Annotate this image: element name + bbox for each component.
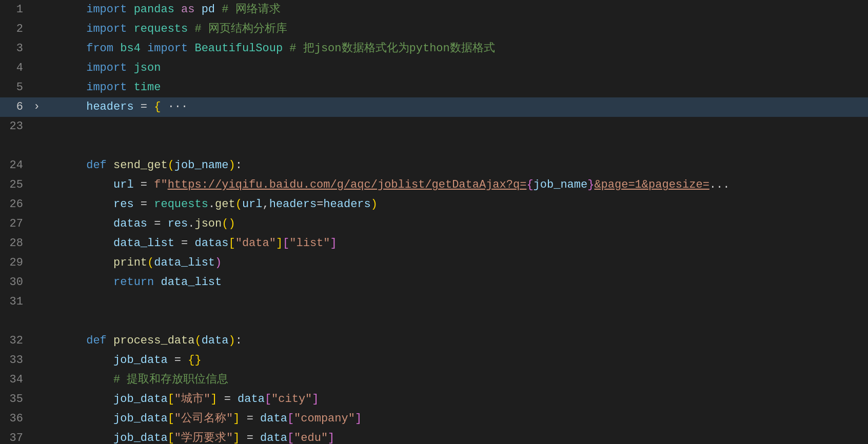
code-content-37: job_data["学历要求"] = data["edu"] xyxy=(44,409,868,444)
line-number-4: 4 xyxy=(0,58,33,78)
line-number-28: 28 xyxy=(0,234,33,253)
line-number-2: 2 xyxy=(0,19,33,39)
code-editor: 1 import pandas as pd # 网络请求 2 import re… xyxy=(0,0,868,444)
line-number-24: 24 xyxy=(0,156,33,175)
line-number-1: 1 xyxy=(0,0,33,19)
line-number-32: 32 xyxy=(0,331,33,351)
line-number-30: 30 xyxy=(0,273,33,292)
line-number-29: 29 xyxy=(0,253,33,273)
line-number-25: 25 xyxy=(0,175,33,195)
line-number-5: 5 xyxy=(0,78,33,97)
code-content-30: return data_list xyxy=(44,253,868,312)
line-number-27: 27 xyxy=(0,214,33,234)
line-number-23: 23 xyxy=(0,117,33,136)
line-number-31: 31 xyxy=(0,292,33,312)
line-number-35: 35 xyxy=(0,390,33,409)
code-line-6: 6 › headers = { ··· xyxy=(0,97,868,117)
line-number-3: 3 xyxy=(0,39,33,58)
code-line-30: 30 return data_list xyxy=(0,273,868,292)
line-number-34: 34 xyxy=(0,370,33,390)
line-number-26: 26 xyxy=(0,195,33,214)
line-number-37: 37 xyxy=(0,429,33,444)
line-number-6: 6 xyxy=(0,97,33,117)
code-line-37: 37 job_data["学历要求"] = data["edu"] xyxy=(0,429,868,444)
line-number-36: 36 xyxy=(0,409,33,429)
code-content-6: headers = { ··· xyxy=(44,78,868,136)
line-number-33: 33 xyxy=(0,351,33,370)
